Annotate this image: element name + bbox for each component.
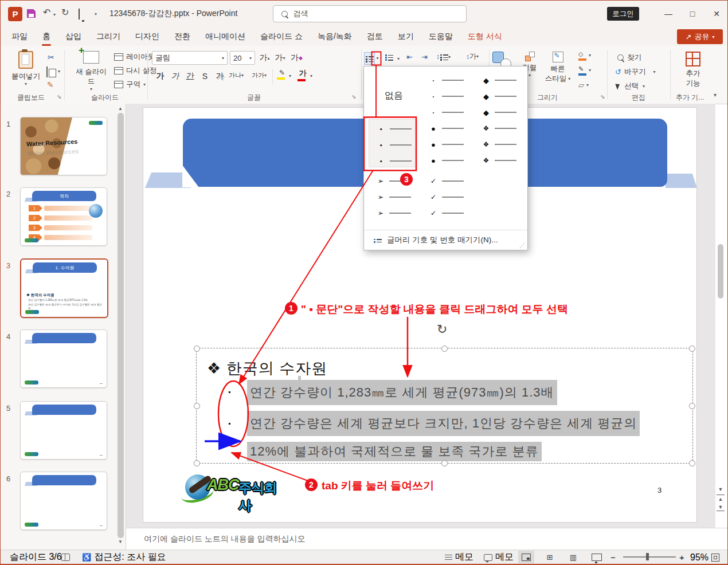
bullet-option-circle[interactable]: ● ● ● <box>421 119 469 167</box>
tab-file[interactable]: 파일 <box>4 27 35 46</box>
paste-button[interactable]: 붙여넣기 ▾ <box>10 51 42 87</box>
find-button[interactable]: 찾기 <box>617 53 641 62</box>
text-shadow-button[interactable]: 가 <box>213 69 227 83</box>
tab-transitions[interactable]: 전환 <box>167 27 198 46</box>
start-slideshow-icon[interactable] <box>79 9 80 19</box>
resize-handle-w[interactable] <box>194 403 200 409</box>
comments-toggle-button[interactable]: 메모 <box>484 550 514 564</box>
selected-text-line-2[interactable]: 연간 강수량은 세계 평균보다 크지만, 1인당 강수량은 세계 평균의 <box>247 411 640 436</box>
search-input[interactable]: 검색 <box>273 5 467 22</box>
shape-outline-button[interactable]: ✎ ▾ <box>578 65 591 76</box>
italic-button[interactable]: 가 <box>168 69 182 83</box>
collapse-ribbon-icon[interactable]: ▾ <box>714 92 717 98</box>
addins-button[interactable]: 추가 기능 <box>679 52 707 88</box>
line-spacing-button[interactable]: ↕ ▾ <box>436 53 451 61</box>
bullet-option-four-diamond[interactable]: ❖ ❖ ❖ <box>474 119 522 167</box>
selected-text-line-3[interactable]: 12%에 불과하여 국제적으로 물 보족 국가로 분류 <box>247 442 542 461</box>
undo-icon[interactable]: ↶ <box>43 7 50 18</box>
tab-home[interactable]: 홈 <box>35 27 58 46</box>
slide-thumbnail-2[interactable]: 목차 1 2 3 4 <box>20 187 107 246</box>
slide-thumbnail-4[interactable] <box>20 329 107 388</box>
bullets-and-numbering-menu-item[interactable]: 글머리 기호 및 번호 매기기(N)... <box>364 230 527 245</box>
increase-indent-icon[interactable]: ⇥ <box>421 53 428 61</box>
thumbnail-scroll-up-icon[interactable]: ▲ <box>118 106 123 111</box>
resize-handle-n[interactable] <box>441 346 448 352</box>
bullet-option-none[interactable]: 없음 <box>370 73 418 118</box>
font-size-combo[interactable]: 20▾ <box>230 51 255 65</box>
font-color-button[interactable]: 가 <box>298 68 308 81</box>
spell-check-icon[interactable] <box>61 550 70 564</box>
tab-review[interactable]: 검토 <box>359 27 390 46</box>
select-button[interactable]: 선택 ▾ <box>616 81 645 91</box>
tab-draw[interactable]: 그리기 <box>89 27 128 46</box>
rotate-handle-icon[interactable]: ↻ <box>437 322 447 337</box>
replace-button[interactable]: ↺ 바꾸기 ▾ <box>615 67 655 77</box>
bullet-option-dot[interactable]: • • • <box>421 71 469 119</box>
bullet-option-square[interactable]: ▪ ▪ ▪ <box>369 119 417 167</box>
scroll-down-icon[interactable]: ▼ <box>717 485 725 493</box>
resize-handle-ne[interactable] <box>689 346 695 352</box>
slide-body-title[interactable]: ❖ 한국의 수자원 <box>207 358 327 379</box>
bullet-option-check[interactable]: ✓ ✓ ✓ <box>421 172 469 220</box>
tab-help[interactable]: 도움말 <box>421 27 460 46</box>
close-button[interactable]: ✕ <box>704 1 728 27</box>
bold-button[interactable]: 가 <box>153 69 167 83</box>
quick-styles-button[interactable]: 빠른 스타일▾ <box>543 52 573 84</box>
thumbnail-scrollbar-thumb[interactable] <box>118 113 124 538</box>
font-color-dropdown-icon[interactable]: ▾ <box>310 73 312 79</box>
clipboard-dialog-launcher-icon[interactable]: ⇘ <box>57 93 61 100</box>
shape-fill-button[interactable]: ◇ ▾ <box>578 50 591 61</box>
decrease-indent-icon[interactable]: ⇤ <box>406 53 413 61</box>
resize-handle-nw[interactable] <box>194 346 200 352</box>
zoom-slider-thumb[interactable] <box>646 553 649 560</box>
text-direction-button[interactable]: ↕ 가 ▾ <box>466 52 479 61</box>
grow-font-button[interactable]: 가▴ <box>257 51 272 65</box>
clear-formatting-button[interactable]: 가◆ <box>289 51 304 65</box>
section-button[interactable]: 구역▾ <box>114 80 146 89</box>
tab-insert[interactable]: 삽입 <box>58 27 89 46</box>
font-dialog-launcher-icon[interactable]: ⇘ <box>351 93 356 100</box>
normal-view-button[interactable] <box>518 551 534 563</box>
new-slide-button[interactable]: 새 슬라이드 ▾ <box>73 51 109 92</box>
undo-dropdown-icon[interactable]: ▾ <box>53 12 56 17</box>
zoom-slider-track[interactable] <box>623 556 676 558</box>
tab-view[interactable]: 보기 <box>390 27 421 46</box>
maximize-button[interactable]: □ <box>680 1 704 27</box>
slide-sorter-view-button[interactable]: ⊞ <box>542 551 558 563</box>
font-name-combo[interactable]: 굴림▾ <box>152 51 228 65</box>
dropdown-resize-grip-icon[interactable]: ⋰ <box>519 242 525 249</box>
reset-button[interactable]: 다시 설정 <box>114 66 156 76</box>
powerpoint-app-icon[interactable]: P <box>8 7 22 21</box>
slide-thumbnail-3-selected[interactable]: 1. 수자원 ❖ 한국의 수자원 연간 강수량이 1,283㎜로 세게 평균(9… <box>20 258 108 318</box>
next-slide-button[interactable]: ▼ <box>717 503 725 511</box>
quick-access-customize-icon[interactable]: ▾ <box>95 11 97 17</box>
resize-handle-se[interactable] <box>689 460 695 466</box>
accessibility-status[interactable]: ♿ 접근성: 조사 필요 <box>82 550 166 564</box>
fit-to-window-button[interactable] <box>711 550 719 564</box>
tab-record[interactable]: 녹음/녹화 <box>310 27 359 46</box>
change-case-button[interactable]: 가가▾ <box>252 71 267 80</box>
resize-handle-s[interactable] <box>441 460 448 466</box>
highlight-dropdown-icon[interactable]: ▾ <box>289 73 291 79</box>
drawing-dialog-launcher-icon[interactable]: ⇘ <box>600 93 605 100</box>
cut-button[interactable]: ✂ <box>48 53 54 62</box>
slide-thumbnail-1[interactable]: Water Resources Water Resources <box>20 117 107 175</box>
share-button[interactable]: ↗ 공유 ▾ <box>677 29 723 44</box>
shape-effects-button[interactable]: ▱ ▾ <box>578 81 589 89</box>
copy-dropdown-icon[interactable]: ▾ <box>58 69 60 74</box>
notes-pane[interactable]: 여기에 슬라이드 노트의 내용을 입력하십시오 <box>126 528 728 550</box>
strikethrough-button[interactable]: S <box>198 69 212 83</box>
numbering-button[interactable] <box>385 53 393 61</box>
zoom-out-button[interactable]: − <box>610 550 616 564</box>
login-button[interactable]: 로그인 <box>607 7 639 21</box>
resize-handle-sw[interactable] <box>194 460 200 466</box>
selected-text-line-1[interactable]: 연간 강수량이 1,283㎜로 세게 평균(973㎜)의 1.3배 <box>247 380 557 405</box>
notes-toggle-button[interactable]: 메모 <box>445 550 473 564</box>
tab-animations[interactable]: 애니메이션 <box>198 27 253 46</box>
canvas-scrollbar-thumb[interactable] <box>718 244 723 299</box>
reading-view-button[interactable]: ▥ <box>565 551 581 563</box>
redo-icon[interactable]: ↻ <box>61 7 69 18</box>
underline-button[interactable]: 간 <box>183 69 197 83</box>
zoom-level[interactable]: 95% <box>690 550 709 564</box>
slideshow-view-button[interactable] <box>589 551 605 563</box>
